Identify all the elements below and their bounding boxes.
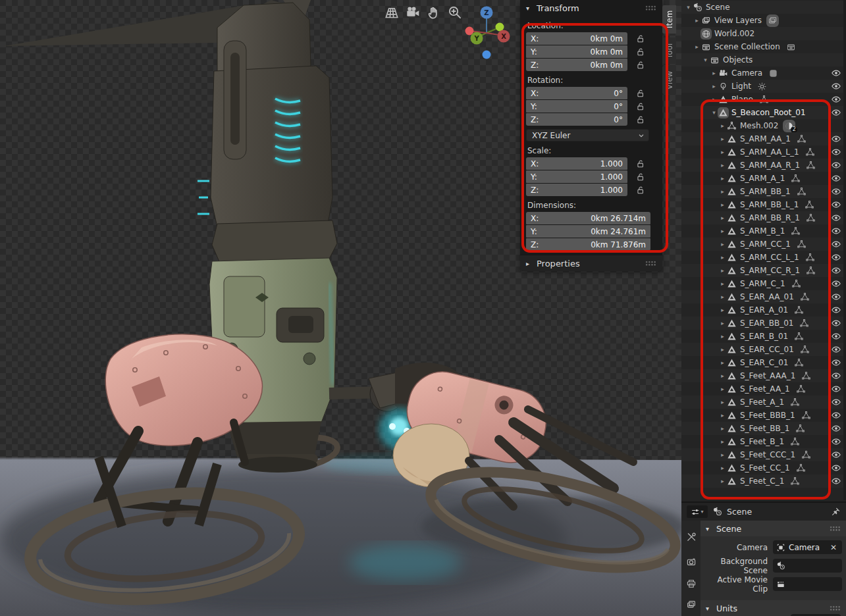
properties-tab-render[interactable] [683,553,699,570]
viewport-3d[interactable]: Z Y X ▾ Transform Location:X:0km 0mY:0km… [0,0,681,616]
disclosure-arrow-icon[interactable]: ▸ [710,96,718,103]
eye-icon[interactable] [831,160,841,170]
disclosure-arrow-icon[interactable]: ▸ [710,70,718,76]
transform-panel-header[interactable]: ▾ Transform [520,0,662,16]
eye-icon[interactable] [831,449,841,460]
outliner-row[interactable]: ▾ Objects [681,53,846,66]
value-slider[interactable]: Y:0km 0m [526,45,627,58]
drag-handle-icon[interactable] [830,605,841,611]
outliner-row[interactable]: ▸ S_Feet_AA_1 [681,382,846,396]
eye-icon[interactable] [831,423,841,434]
disclosure-arrow-icon[interactable]: ▸ [718,228,727,234]
value-slider[interactable]: Z:1.000 [526,184,627,196]
eye-icon[interactable] [831,199,841,210]
lock-icon[interactable] [635,60,645,70]
disclosure-arrow-icon[interactable]: ▸ [718,254,727,261]
outliner-row[interactable]: ▸ Camera [681,66,846,80]
eye-icon[interactable] [831,94,841,105]
sidebar-tab-view[interactable]: View [662,66,676,94]
eye-icon[interactable] [831,239,841,249]
eye-icon[interactable] [831,213,841,223]
lock-icon[interactable] [635,34,645,43]
outliner-row[interactable]: ▸ S_ARM_CC_R_1 [681,264,846,277]
disclosure-arrow-icon[interactable]: ▸ [718,346,727,353]
lock-icon[interactable] [635,159,645,168]
eye-icon[interactable] [831,186,841,197]
drag-handle-icon[interactable] [830,526,841,532]
outliner-row[interactable]: ▸ S_Feet_AAA_1 [681,369,846,382]
disclosure-arrow-icon[interactable]: ▸ [693,43,701,50]
eye-icon[interactable] [831,410,841,421]
disclosure-arrow-icon[interactable]: ▸ [718,122,727,129]
disclosure-arrow-icon[interactable]: ▸ [718,201,727,208]
outliner-row[interactable]: ▸ Mesh.002 2 [681,119,846,132]
value-slider[interactable]: Z:0km 71.876m [526,238,650,251]
eye-icon[interactable] [831,384,841,394]
outliner-row[interactable]: ▸ S_Feet_CC_1 [681,461,846,475]
field-input[interactable]: Camera ✕ [773,540,842,554]
disclosure-arrow-icon[interactable]: ▸ [718,162,727,168]
outliner-row[interactable]: ▸ S_EAR_A_01 [681,303,846,317]
lock-icon[interactable] [635,172,645,182]
value-slider[interactable]: Z:0km 0m [526,59,627,71]
disclosure-arrow-icon[interactable]: ▸ [718,280,727,287]
eye-icon[interactable] [831,371,841,381]
drag-handle-icon[interactable] [645,261,656,267]
eye-icon[interactable] [831,344,841,355]
lock-icon[interactable] [635,115,645,124]
outliner-row[interactable]: ▸ S_ARM_AA_R_1 [681,159,846,172]
eye-icon[interactable] [831,318,841,328]
disclosure-arrow-icon[interactable]: ▸ [718,359,727,366]
disclosure-arrow-icon[interactable]: ▸ [718,149,727,155]
eye-icon[interactable] [831,357,841,368]
scene-panel-header[interactable]: ▾ Scene [701,521,846,536]
eye-icon[interactable] [831,81,841,91]
collapse-arrow-icon[interactable]: ▾ [526,5,533,12]
eye-icon[interactable] [831,68,841,78]
disclosure-arrow-icon[interactable]: ▸ [718,136,727,142]
outliner-row[interactable]: ▸ View Layers [681,14,846,27]
disclosure-arrow-icon[interactable]: ▸ [718,478,727,484]
outliner-row[interactable]: ▸ S_EAR_B_01 [681,330,846,343]
lock-icon[interactable] [635,101,645,111]
outliner-row[interactable]: ▸ S_ARM_CC_1 [681,238,846,251]
disclosure-arrow-icon[interactable]: ▾ [710,109,718,116]
gizmo-axis-neg-z[interactable] [483,51,491,59]
clear-x-icon[interactable]: ✕ [828,543,839,552]
outliner-row[interactable]: ▸ S_ARM_C_1 [681,277,846,290]
eye-icon[interactable] [831,397,841,407]
value-slider[interactable]: X:0km 26.714m [526,212,650,224]
outliner-row[interactable]: ▸ S_Feet_BBB_1 [681,409,846,422]
outliner-row[interactable]: ▸ S_EAR_C_01 [681,356,846,369]
eye-icon[interactable] [831,476,841,486]
outliner-row[interactable]: ▸ S_ARM_BB_R_1 [681,211,846,224]
disclosure-arrow-icon[interactable]: ▸ [718,175,727,182]
outliner-scrollbar[interactable] [843,0,846,500]
disclosure-arrow-icon[interactable]: ▸ [718,320,727,326]
navigation-gizmo[interactable]: Z Y X [460,2,514,63]
eye-icon[interactable] [831,107,841,118]
disclosure-arrow-icon[interactable]: ▸ [710,83,718,90]
eye-icon[interactable] [831,265,841,276]
sidebar-tab-item[interactable]: Item [662,5,676,34]
properties-tab-output[interactable] [683,575,699,592]
outliner-row[interactable]: ▾ Scene [681,1,846,14]
eye-icon[interactable] [831,463,841,473]
collapse-arrow-icon[interactable]: ▾ [706,525,712,532]
value-slider[interactable]: Y:0km 24.761m [526,225,650,238]
outliner-row[interactable]: ▸ S_EAR_CC_01 [681,343,846,356]
disclosure-arrow-icon[interactable]: ▸ [718,425,727,432]
properties-tab-view-layer[interactable] [683,596,699,613]
lock-icon[interactable] [635,88,645,98]
disclosure-arrow-icon[interactable]: ▸ [718,294,727,300]
properties-subpanel-header[interactable]: ▸ Properties [520,255,662,271]
outliner-row[interactable]: ▸ S_ARM_AA_L_1 [681,145,846,159]
gizmo-axis-neg-y[interactable] [496,23,504,32]
eye-icon[interactable] [831,147,841,157]
outliner-row[interactable]: ▸ S_EAR_BB_01 [681,317,846,330]
outliner-row[interactable]: ▸ Scene Collection [681,40,846,53]
lock-icon[interactable] [635,185,645,195]
outliner-row[interactable]: ▸ Plane [681,93,846,106]
outliner-row[interactable]: ▸ S_ARM_BB_1 [681,185,846,198]
eye-icon[interactable] [831,436,841,447]
